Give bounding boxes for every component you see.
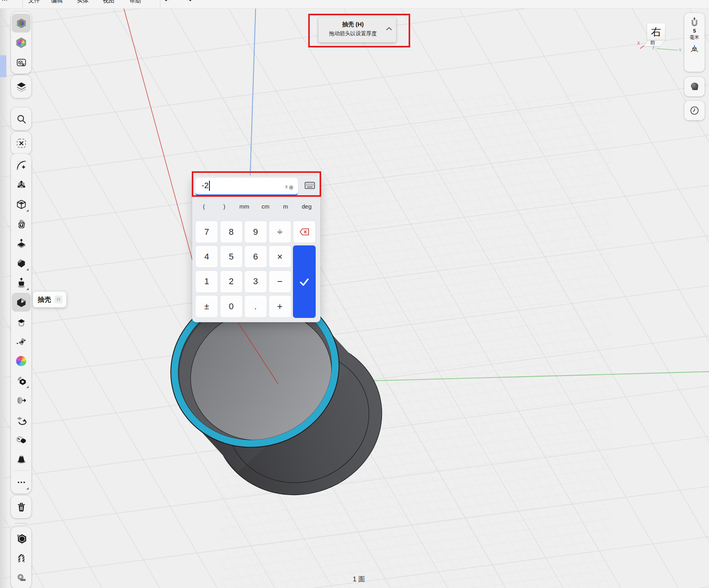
pattern-tool[interactable] (12, 371, 31, 390)
search-tool[interactable] (12, 109, 31, 128)
operator-key[interactable]: + (269, 295, 291, 318)
section-tool[interactable] (12, 529, 31, 548)
wireframe-cube-icon (16, 199, 27, 210)
extrude-tool[interactable] (12, 214, 31, 233)
shaded-view-icon[interactable] (689, 81, 700, 93)
numpad-key-4[interactable]: 4 (195, 245, 218, 268)
extrude-icon (16, 219, 27, 229)
numpad-key-.[interactable]: . (244, 295, 267, 318)
measure-tool[interactable] (12, 568, 31, 587)
split-icon (16, 336, 27, 347)
view-cube-face[interactable]: 右 (647, 24, 665, 40)
viewport-canvas[interactable] (0, 0, 709, 588)
numpad-key-5[interactable]: 5 (220, 245, 243, 268)
more-tools[interactable] (12, 473, 31, 492)
split-tool[interactable] (12, 332, 31, 351)
submenu-corner-icon (26, 209, 29, 212)
magnet-snap-icon[interactable] (689, 17, 700, 27)
svg-text:x: x (285, 183, 288, 189)
operator-key[interactable]: ÷ (269, 221, 291, 243)
svg-text:X: X (637, 41, 640, 45)
chamfer-tool[interactable] (12, 254, 31, 272)
chamfer-icon (16, 258, 27, 269)
unit-key[interactable]: mm (240, 203, 249, 210)
input-value: -2 (202, 181, 209, 190)
numpad-key-1[interactable]: 1 (195, 270, 218, 293)
loft-tool[interactable] (12, 273, 31, 292)
numpad-key-±[interactable]: ± (195, 295, 218, 318)
thickness-input[interactable]: -2 x (195, 178, 298, 196)
menu-item[interactable]: 实体 (77, 0, 89, 8)
appearance-tool[interactable] (12, 33, 31, 52)
backspace-key[interactable] (293, 221, 316, 243)
edge-scroll-indicator[interactable] (0, 55, 6, 77)
menu-item[interactable]: 视图 (103, 0, 115, 8)
unit-key[interactable]: m (283, 203, 288, 210)
text-caret (209, 181, 210, 191)
display-mode-panel (684, 77, 705, 96)
loft-icon (16, 278, 27, 288)
axis-cube-icon[interactable] (689, 44, 700, 54)
numpad-key-3[interactable]: 3 (244, 270, 267, 293)
unit-key[interactable]: cm (262, 203, 269, 210)
box-wireframe-tool[interactable] (12, 195, 31, 214)
deselect-group (11, 132, 31, 154)
perspective-grid (0, 0, 709, 588)
shell-tool[interactable] (12, 293, 31, 312)
confirm-button[interactable] (293, 245, 316, 318)
operator-key[interactable]: × (269, 245, 291, 268)
menu-item[interactable]: 编辑 (51, 0, 63, 8)
menu-overflow[interactable]: ⋯ (2, 0, 7, 8)
insert-variable-icon[interactable]: x (285, 182, 294, 190)
move-tool[interactable] (12, 175, 31, 194)
material-library-tool[interactable] (12, 53, 31, 72)
undo-button[interactable]: ↶ (165, 0, 170, 8)
subtract-icon (16, 434, 27, 445)
draft-icon (16, 454, 27, 465)
export-body-tool[interactable] (12, 391, 31, 410)
offset-tool[interactable] (12, 234, 31, 253)
shell-tool-label: 抽壳 (38, 295, 51, 304)
operator-key[interactable]: − (269, 270, 291, 293)
history-panel (684, 101, 705, 120)
layers-tool[interactable] (12, 77, 31, 96)
view-cube[interactable]: X Y 右 前 (636, 20, 683, 53)
history-clock-icon[interactable] (689, 105, 700, 116)
orientation-cube-tool[interactable] (12, 14, 31, 33)
thickness-arrow-line[interactable] (250, 6, 256, 175)
redo-button[interactable]: ↷ (187, 0, 192, 8)
zebra-analysis-tool[interactable] (12, 548, 31, 567)
chevron-up-icon[interactable] (386, 27, 392, 31)
sweep-tool[interactable] (12, 410, 31, 429)
toolbar-separator (15, 523, 27, 524)
shortcut-badge: H (55, 296, 62, 303)
numpad-key-2[interactable]: 2 (220, 270, 243, 293)
draft-tool[interactable] (12, 450, 31, 468)
numpad-key-8[interactable]: 8 (220, 221, 243, 243)
window-edge-shade (0, 0, 9, 588)
unit-key[interactable]: ) (224, 203, 225, 210)
numpad-key-0[interactable]: 0 (220, 295, 243, 318)
menu-item[interactable]: 帮助 (129, 0, 141, 8)
keyboard-icon[interactable] (305, 182, 315, 189)
deselect-tool[interactable] (12, 134, 31, 152)
numpad-key-6[interactable]: 6 (244, 245, 267, 268)
menubar-divider (22, 0, 23, 8)
unit-key[interactable]: deg (302, 203, 311, 210)
numpad-key-7[interactable]: 7 (195, 221, 218, 243)
zebra-icon (16, 553, 27, 563)
backspace-icon (299, 228, 310, 236)
numpad-key-9[interactable]: 9 (244, 221, 267, 243)
color-tool[interactable] (12, 352, 31, 370)
menu-item[interactable]: 文件 (28, 0, 40, 8)
delete-tool[interactable] (12, 497, 31, 516)
unit-key[interactable]: ( (203, 203, 205, 210)
hollow-tool[interactable] (12, 312, 31, 331)
menubar-divider (160, 0, 160, 8)
shell-icon (16, 297, 27, 308)
submenu-corner-icon (26, 288, 29, 290)
tool-divider (13, 470, 29, 471)
sketch-arc-tool[interactable] (12, 156, 31, 174)
ellipsis-icon (16, 477, 27, 488)
subtract-tool[interactable] (12, 430, 31, 449)
